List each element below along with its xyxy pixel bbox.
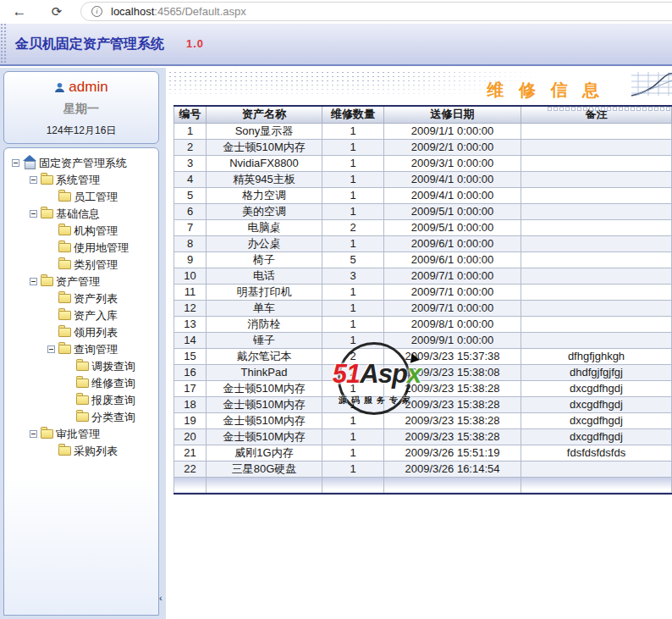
tree-node-label[interactable]: 报废查询 bbox=[91, 394, 135, 406]
table-row: 18金士顿510M内存12009/3/23 15:38:28dxcgdfhgdj bbox=[174, 396, 672, 412]
tree-node-label[interactable]: 资产管理 bbox=[56, 275, 100, 288]
tree-node[interactable]: 采购列表 bbox=[4, 443, 158, 460]
url-bar[interactable]: i localhost:4565/Default.aspx bbox=[80, 2, 672, 21]
tree-node-label[interactable]: 调拨查询 bbox=[91, 360, 135, 373]
tree-node-label[interactable]: 基础信息 bbox=[56, 207, 100, 220]
collapse-icon[interactable] bbox=[30, 430, 37, 438]
tree-node[interactable]: 资产入库 bbox=[4, 307, 158, 324]
tree-node[interactable]: 资产管理 bbox=[4, 274, 158, 290]
tree-node-label[interactable]: 采购列表 bbox=[74, 445, 118, 457]
tree-node[interactable]: 员工管理 bbox=[4, 189, 158, 206]
tree-node[interactable]: 领用列表 bbox=[4, 324, 158, 341]
table-cell: 18 bbox=[174, 396, 207, 412]
collapse-icon[interactable] bbox=[30, 176, 37, 184]
tree-node-label[interactable]: 机构管理 bbox=[74, 224, 118, 237]
table-cell: 1 bbox=[322, 171, 384, 187]
square-decoration bbox=[554, 107, 558, 111]
table-cell: 10 bbox=[174, 268, 207, 284]
tree-node[interactable]: 报废查询 bbox=[4, 392, 158, 409]
tree-node-label[interactable]: 类别管理 bbox=[74, 258, 118, 271]
tree-node[interactable]: 系统管理 bbox=[4, 172, 158, 189]
table-cell: 2009/8/1 0:00:00 bbox=[384, 316, 521, 332]
table-cell bbox=[521, 171, 672, 187]
table-cell: 2 bbox=[322, 364, 384, 380]
table-row: 11明基打印机12009/7/1 0:00:00 bbox=[174, 284, 672, 300]
table-cell: 精英945主板 bbox=[207, 171, 322, 187]
app-banner: 金贝机固定资产管理系统 1.0 bbox=[0, 23, 672, 66]
table-cell: 2009/4/1 0:00:00 bbox=[384, 171, 521, 187]
table-cell: 20 bbox=[174, 428, 207, 445]
table-row: 5格力空调12009/4/1 0:00:00 bbox=[174, 187, 672, 203]
table-cell bbox=[521, 219, 672, 235]
back-icon[interactable]: ← bbox=[8, 3, 30, 20]
table-cell: 8 bbox=[174, 235, 207, 251]
table-cell: 6 bbox=[174, 203, 207, 219]
tree-node[interactable]: 调拨查询 bbox=[4, 358, 158, 375]
table-cell bbox=[521, 139, 672, 155]
table-row: 17金士顿510M内存12009/3/23 15:38:28dxcgdfhgdj bbox=[174, 380, 672, 396]
table-cell: 1 bbox=[322, 461, 384, 477]
home-icon bbox=[23, 158, 36, 168]
table-cell: dxcgdfhgdj bbox=[521, 380, 672, 396]
tree-node[interactable]: 资产列表 bbox=[4, 290, 158, 307]
table-cell: 2009/5/1 0:00:00 bbox=[384, 203, 521, 219]
collapse-icon[interactable] bbox=[30, 278, 37, 285]
tree-node-label[interactable]: 领用列表 bbox=[74, 326, 118, 339]
table-cell: 12 bbox=[174, 300, 207, 316]
table-cell bbox=[521, 123, 672, 139]
tree-node-label[interactable]: 查询管理 bbox=[74, 343, 118, 356]
sidebar-splitter[interactable]: ‹ bbox=[156, 68, 166, 619]
tree-node[interactable]: 维修查询 bbox=[4, 375, 158, 392]
browser-toolbar: ← ⟳ i localhost:4565/Default.aspx bbox=[0, 0, 672, 23]
table-cell: ThinkPad bbox=[207, 364, 322, 380]
tree-node-label[interactable]: 系统管理 bbox=[56, 174, 100, 186]
table-cell: 2009/1/1 0:00:00 bbox=[384, 123, 521, 139]
reload-icon[interactable]: ⟳ bbox=[46, 4, 68, 19]
collapse-icon[interactable] bbox=[30, 210, 37, 218]
tree-node[interactable]: 类别管理 bbox=[4, 257, 158, 274]
date-label: 124年12月16日 bbox=[4, 124, 158, 138]
tree-node[interactable]: 审批管理 bbox=[4, 426, 158, 443]
tree-node[interactable]: 查询管理 bbox=[4, 341, 158, 358]
table-cell: 金士顿510M内存 bbox=[207, 412, 322, 428]
column-header: 送修日期 bbox=[384, 106, 521, 123]
table-cell: 2009/7/1 0:00:00 bbox=[384, 300, 521, 316]
info-icon[interactable]: i bbox=[91, 6, 102, 17]
folder-icon bbox=[41, 277, 53, 286]
table-cell: 17 bbox=[174, 380, 207, 396]
table-cell: 21 bbox=[174, 445, 207, 461]
tree-node-label[interactable]: 分类查询 bbox=[91, 411, 135, 423]
table-cell: 办公桌 bbox=[207, 235, 322, 251]
table-cell: 3 bbox=[174, 155, 207, 171]
tree-node[interactable]: 固定资产管理系统 bbox=[4, 155, 158, 172]
tree-node[interactable]: 分类查询 bbox=[4, 409, 158, 426]
tree-node[interactable]: 基础信息 bbox=[4, 206, 158, 223]
tree-node-label[interactable]: 资产入库 bbox=[74, 309, 118, 322]
tree-node-label[interactable]: 审批管理 bbox=[56, 428, 100, 440]
tree-node-label[interactable]: 固定资产管理系统 bbox=[39, 157, 127, 169]
table-cell: 2009/4/1 0:00:00 bbox=[384, 187, 521, 203]
tree-node-label[interactable]: 使用地管理 bbox=[74, 241, 129, 254]
square-decoration bbox=[565, 107, 570, 111]
folder-icon bbox=[76, 379, 89, 388]
table-row: 2金士顿510M内存12009/2/1 0:00:00 bbox=[174, 139, 672, 155]
url-path: :4565/Default.aspx bbox=[154, 5, 245, 18]
tree-node-label[interactable]: 维修查询 bbox=[91, 377, 135, 390]
splitter-collapse-icon[interactable]: ‹ bbox=[159, 594, 162, 602]
tree-node-label[interactable]: 资产列表 bbox=[74, 292, 118, 305]
table-cell: 2 bbox=[322, 348, 384, 364]
tree-node[interactable]: 使用地管理 bbox=[4, 240, 158, 257]
table-cell: 1 bbox=[322, 380, 384, 396]
table-cell: 1 bbox=[322, 155, 384, 171]
table-row: 8办公桌12009/6/1 0:00:00 bbox=[174, 235, 672, 251]
tree-node[interactable]: 机构管理 bbox=[4, 223, 158, 240]
square-decoration bbox=[559, 107, 564, 111]
collapse-icon[interactable] bbox=[12, 159, 19, 167]
tree-node-label[interactable]: 员工管理 bbox=[74, 191, 118, 203]
table-cell: 格力空调 bbox=[207, 187, 322, 203]
collapse-icon[interactable] bbox=[47, 345, 55, 353]
table-cell: 1 bbox=[322, 316, 384, 332]
square-decoration bbox=[625, 107, 629, 111]
table-cell: 椅子 bbox=[207, 251, 322, 268]
page-title: 维 修 信 息 bbox=[487, 79, 604, 102]
